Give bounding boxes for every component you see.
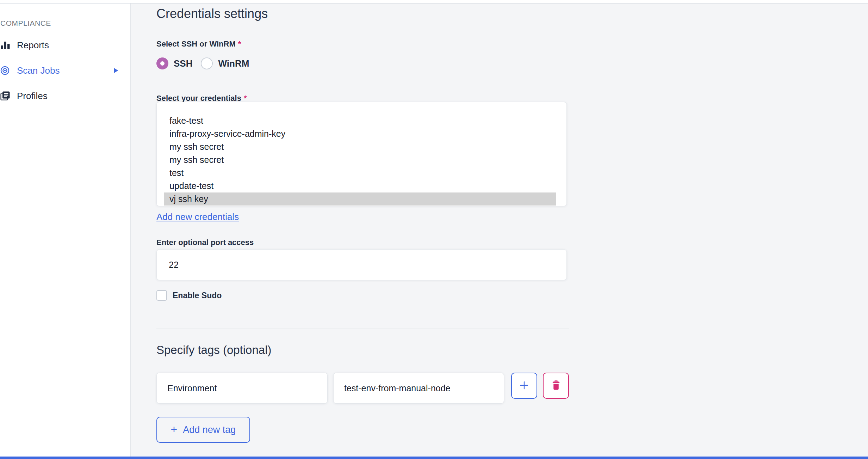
required-asterisk: * <box>238 39 241 48</box>
radio-option-winrm[interactable]: WinRM <box>201 57 249 69</box>
bar-chart-icon <box>0 40 10 50</box>
radar-icon <box>0 66 10 75</box>
tag-value-input[interactable] <box>333 373 504 404</box>
plus-icon: + <box>171 424 178 435</box>
port-input[interactable] <box>156 249 567 280</box>
tag-row <box>156 373 569 404</box>
credential-option[interactable]: my ssh secret <box>164 153 556 166</box>
sidebar-item-profiles[interactable]: Profiles <box>0 88 130 104</box>
add-new-tag-label: Add new tag <box>183 424 236 435</box>
sidebar-item-label: Scan Jobs <box>17 65 60 76</box>
protocol-field-label: Select SSH or WinRM* <box>156 39 241 49</box>
section-divider <box>156 329 569 329</box>
radio-option-ssh[interactable]: SSH <box>156 57 192 69</box>
add-new-credentials-link[interactable]: Add new credentials <box>156 212 239 222</box>
credential-option[interactable]: test <box>164 166 556 179</box>
plus-icon <box>519 380 529 391</box>
credentials-listbox[interactable]: fake-test infra-proxy-service-admin-key … <box>156 102 567 206</box>
add-new-tag-button[interactable]: + Add new tag <box>156 417 250 443</box>
trash-icon <box>552 380 560 391</box>
credential-option[interactable]: my ssh secret <box>164 140 556 153</box>
enable-sudo-row[interactable]: Enable Sudo <box>156 290 222 301</box>
tag-key-input[interactable] <box>156 373 328 404</box>
credential-option-selected[interactable]: vj ssh key <box>164 192 556 206</box>
port-field-label: Enter optional port access <box>156 238 254 247</box>
sidebar-category-compliance: COMPLIANCE <box>0 19 51 27</box>
bottom-accent-bar <box>0 457 868 459</box>
tags-section-title: Specify tags (optional) <box>156 343 272 357</box>
sidebar: COMPLIANCE Reports Scan Jobs <box>0 4 131 457</box>
scan-job-credentials-page: COMPLIANCE Reports Scan Jobs <box>0 0 868 459</box>
sidebar-item-label: Reports <box>17 40 49 51</box>
winrm-radio-button[interactable] <box>201 57 213 69</box>
delete-tag-row-button[interactable] <box>543 373 569 399</box>
main-content: Credentials settings Select SSH or WinRM… <box>131 4 868 457</box>
credential-option[interactable]: infra-proxy-service-admin-key <box>164 127 556 140</box>
documents-icon <box>0 91 10 101</box>
winrm-radio-label: WinRM <box>218 58 249 69</box>
add-tag-row-button[interactable] <box>511 373 537 399</box>
required-asterisk: * <box>244 94 247 103</box>
ssh-radio-label: SSH <box>174 58 192 69</box>
protocol-radio-group: SSH WinRM <box>156 57 249 69</box>
enable-sudo-label: Enable Sudo <box>173 291 222 300</box>
sidebar-item-scan-jobs[interactable]: Scan Jobs <box>0 63 130 78</box>
enable-sudo-checkbox[interactable] <box>156 290 167 301</box>
sidebar-item-label: Profiles <box>17 91 48 102</box>
credential-option[interactable]: update-test <box>164 179 556 192</box>
header-bottom-edge <box>0 0 868 4</box>
credential-option[interactable]: fake-test <box>164 114 556 127</box>
submenu-arrow-icon <box>113 68 118 73</box>
sidebar-item-reports[interactable]: Reports <box>0 37 130 53</box>
ssh-radio-button[interactable] <box>156 57 168 69</box>
page-title: Credentials settings <box>156 6 268 21</box>
